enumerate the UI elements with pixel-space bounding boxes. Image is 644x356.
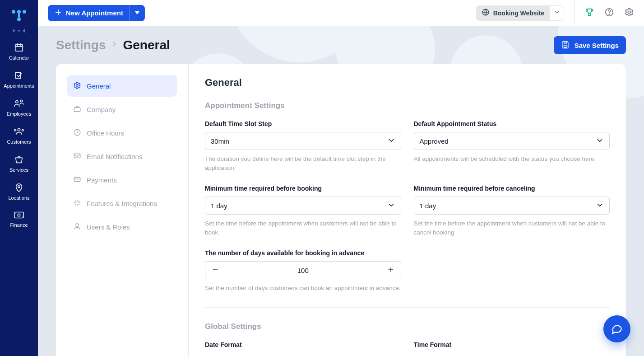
svg-point-13: [18, 214, 20, 216]
achievements-button[interactable]: [584, 7, 594, 19]
breadcrumb: Settings General: [56, 38, 170, 52]
rail-item-label: Employees: [7, 111, 31, 117]
rail-item-services[interactable]: Services: [0, 150, 38, 178]
chevron-right-icon: [111, 38, 117, 52]
rail-collapse-toggle[interactable]: [13, 29, 25, 33]
new-appointment-more-button[interactable]: [130, 5, 145, 21]
settings-card: General Company Office Hours Email Notif…: [56, 64, 626, 356]
rail-item-label: Customers: [7, 139, 31, 145]
settings-tab-payments[interactable]: Payments: [67, 169, 177, 191]
field-hint: All appointments will be scheduled with …: [414, 155, 610, 164]
settings-tab-integrations[interactable]: Features & Integrations: [67, 192, 177, 214]
chevron-down-icon: [554, 9, 560, 17]
stepper-increment-button[interactable]: [381, 262, 401, 279]
svg-rect-22: [74, 154, 80, 158]
field-hint: Set the number of days customers can boo…: [205, 284, 401, 293]
chat-fab[interactable]: [603, 315, 630, 342]
settings-button[interactable]: [624, 7, 634, 19]
sparkle-icon: [73, 199, 81, 208]
field-min-before-booking: Minimum time required before booking 1 d…: [205, 185, 401, 237]
help-button[interactable]: [604, 7, 614, 19]
chevron-down-icon: [387, 136, 395, 146]
rail-item-employees[interactable]: Employees: [0, 94, 38, 122]
settings-tab-general[interactable]: General: [67, 75, 177, 97]
field-slot-step: Default Time Slot Step 30min The duratio…: [205, 120, 401, 172]
field-label: Minimum time required before booking: [205, 185, 401, 192]
default-status-select[interactable]: Approved: [414, 132, 610, 150]
topbar: New Appointment Booking Website: [38, 0, 644, 26]
services-icon: [14, 155, 24, 164]
svg-rect-3: [18, 12, 20, 18]
chevron-down-icon: [596, 201, 604, 211]
rail-item-appointments[interactable]: Appointments: [0, 66, 38, 94]
svg-point-24: [76, 224, 79, 226]
gear-icon: [73, 81, 81, 91]
days-advance-stepper: 100: [205, 261, 401, 279]
help-icon: [604, 7, 614, 19]
rail-item-label: Locations: [8, 195, 29, 201]
save-settings-label: Save Settings: [575, 42, 619, 49]
rail-item-customers[interactable]: Customers: [0, 122, 38, 150]
select-value: Approved: [420, 137, 449, 145]
settings-tab-label: Users & Roles: [87, 223, 130, 231]
finance-icon: [14, 211, 24, 220]
stepper-decrement-button[interactable]: [205, 262, 225, 279]
calendar-icon: [14, 42, 24, 52]
booking-website-more-button[interactable]: [550, 5, 564, 21]
settings-tab-email[interactable]: Email Notifications: [67, 145, 177, 167]
field-time-format: Time Format: [414, 341, 610, 353]
booking-website-label: Booking Website: [493, 9, 544, 17]
field-label: Time Format: [414, 341, 610, 348]
svg-point-6: [16, 101, 19, 103]
field-label: Minimum time required before canceling: [414, 185, 610, 192]
settings-menu: General Company Office Hours Email Notif…: [56, 64, 189, 356]
booking-website-button[interactable]: Booking Website: [476, 5, 550, 21]
settings-tab-company[interactable]: Company: [67, 98, 177, 120]
settings-tab-label: Email Notifications: [87, 153, 142, 160]
stepper-value[interactable]: 100: [225, 267, 381, 274]
new-appointment-label: New Appointment: [66, 9, 123, 17]
rail-item-calendar[interactable]: Calendar: [0, 38, 38, 66]
min-before-booking-select[interactable]: 1 day: [205, 197, 401, 215]
mail-icon: [73, 152, 81, 161]
min-before-cancel-select[interactable]: 1 day: [414, 197, 610, 215]
caret-down-icon: [135, 9, 139, 16]
field-label: The number of days available for booking…: [205, 249, 401, 257]
svg-point-4: [17, 18, 21, 21]
customers-icon: [14, 126, 24, 136]
svg-point-0: [12, 10, 15, 14]
svg-point-16: [609, 14, 609, 14]
app-logo: [11, 5, 27, 27]
save-settings-button[interactable]: Save Settings: [554, 36, 626, 54]
pin-icon: [14, 183, 24, 192]
settings-tab-office-hours[interactable]: Office Hours: [67, 122, 177, 144]
check-square-icon: [14, 70, 24, 80]
rail-item-locations[interactable]: Locations: [0, 178, 38, 206]
slot-step-select[interactable]: 30min: [205, 132, 401, 150]
rail-item-label: Services: [9, 167, 28, 173]
breadcrumb-root[interactable]: Settings: [56, 38, 106, 52]
svg-rect-20: [74, 108, 80, 112]
clock-icon: [73, 128, 81, 138]
plus-icon: [387, 266, 394, 275]
field-date-format: Date Format: [205, 341, 401, 353]
settings-tab-label: Office Hours: [87, 129, 124, 137]
field-hint: Set the time before the appointment when…: [414, 219, 610, 237]
field-label: Default Appointment Status: [414, 120, 610, 127]
chevron-down-icon: [387, 201, 395, 211]
svg-rect-5: [15, 45, 23, 52]
rail-item-finance[interactable]: Finance: [0, 206, 38, 233]
select-value: 1 day: [211, 202, 227, 210]
svg-point-19: [76, 84, 79, 86]
card-icon: [73, 175, 81, 185]
new-appointment-button[interactable]: New Appointment: [48, 5, 130, 21]
section-title-appointment: Appointment Settings: [205, 101, 610, 110]
chevron-down-icon: [596, 136, 604, 146]
svg-point-9: [14, 129, 16, 131]
select-value: 1 day: [420, 202, 436, 210]
settings-tab-users[interactable]: Users & Roles: [67, 216, 177, 238]
svg-point-17: [628, 11, 630, 14]
divider: [205, 307, 610, 308]
field-label: Default Time Slot Step: [205, 120, 401, 127]
globe-icon: [482, 8, 490, 18]
